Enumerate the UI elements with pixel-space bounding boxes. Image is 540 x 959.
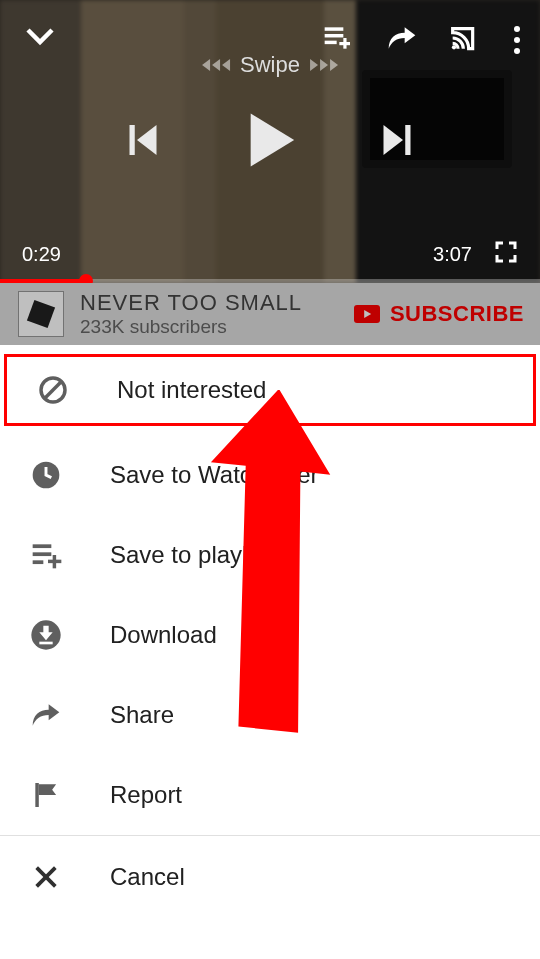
subscriber-count: 233K subscribers [80, 316, 354, 338]
menu-label: Report [110, 781, 182, 809]
current-time-label: 0:29 [22, 243, 61, 266]
highlight-annotation: Not interested [4, 354, 536, 426]
youtube-icon [354, 305, 380, 323]
fullscreen-button[interactable] [494, 240, 518, 269]
options-bottom-sheet: Not interested Save to Watch later Save … [0, 354, 540, 918]
svg-rect-4 [339, 42, 350, 45]
player-bottom-row: 0:29 3:07 [0, 240, 540, 269]
download-icon [30, 619, 62, 651]
svg-point-5 [452, 45, 456, 49]
not-interested-icon [37, 374, 69, 406]
menu-cancel[interactable]: Cancel [0, 836, 540, 918]
menu-watch-later[interactable]: Save to Watch later [0, 435, 540, 515]
more-options-button[interactable] [514, 26, 520, 54]
next-button[interactable] [379, 120, 415, 164]
menu-download[interactable]: Download [0, 595, 540, 675]
svg-rect-18 [48, 560, 61, 563]
svg-line-12 [44, 381, 61, 398]
svg-rect-14 [33, 544, 52, 548]
menu-not-interested[interactable]: Not interested [7, 357, 533, 423]
svg-rect-10 [405, 125, 410, 155]
channel-title: NEVER TOO SMALL [80, 290, 354, 316]
swipe-left-arrows-icon [202, 59, 230, 71]
close-icon [32, 863, 60, 891]
svg-rect-6 [130, 125, 135, 155]
subscribe-label: SUBSCRIBE [390, 301, 524, 327]
menu-label: Not interested [117, 376, 266, 404]
swipe-right-arrows-icon [310, 59, 338, 71]
menu-label: Save to playlist [110, 541, 271, 569]
menu-label: Save to Watch later [110, 461, 319, 489]
menu-label: Share [110, 701, 174, 729]
subscribe-button[interactable]: SUBSCRIBE [354, 301, 524, 327]
playlist-add-icon [322, 22, 354, 54]
menu-label: Download [110, 621, 217, 649]
skip-next-icon [379, 120, 415, 160]
clock-icon [30, 459, 62, 491]
svg-rect-1 [325, 34, 344, 37]
svg-rect-21 [39, 642, 52, 645]
menu-share[interactable]: Share [0, 675, 540, 755]
share-arrow-icon [386, 22, 418, 54]
channel-info-row: NEVER TOO SMALL 233K subscribers SUBSCRI… [0, 283, 540, 345]
menu-label: Cancel [110, 863, 185, 891]
flag-icon [30, 779, 62, 811]
svg-marker-8 [251, 113, 295, 166]
playlist-add-icon [30, 539, 62, 571]
duration-label: 3:07 [433, 243, 472, 266]
svg-rect-2 [325, 41, 337, 44]
cast-button[interactable] [450, 22, 482, 58]
svg-rect-22 [35, 783, 38, 807]
play-icon [241, 109, 299, 171]
share-arrow-icon [30, 699, 62, 731]
svg-marker-7 [137, 125, 157, 155]
channel-avatar[interactable] [18, 291, 64, 337]
svg-marker-9 [384, 125, 404, 155]
playback-controls [125, 109, 415, 175]
avatar-image [27, 300, 55, 328]
cast-icon [450, 22, 482, 54]
menu-report[interactable]: Report [0, 755, 540, 835]
play-button[interactable] [241, 109, 299, 175]
svg-rect-0 [325, 27, 344, 30]
swipe-label: Swipe [240, 52, 300, 78]
menu-save-playlist[interactable]: Save to playlist [0, 515, 540, 595]
fullscreen-icon [494, 240, 518, 264]
svg-rect-15 [33, 552, 52, 556]
more-vert-icon [514, 26, 520, 32]
swipe-hint: Swipe [202, 52, 338, 78]
svg-rect-16 [33, 560, 44, 564]
previous-button[interactable] [125, 120, 161, 164]
video-player[interactable]: Swipe 0:29 3:07 [0, 0, 540, 283]
channel-text-block[interactable]: NEVER TOO SMALL 233K subscribers [80, 290, 354, 338]
skip-previous-icon [125, 120, 161, 160]
share-top-button[interactable] [386, 22, 418, 58]
